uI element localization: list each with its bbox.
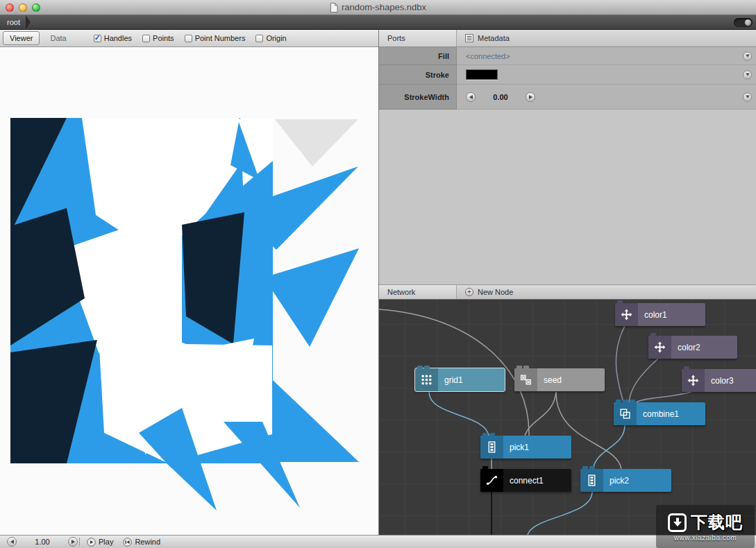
node-label: color3 xyxy=(705,369,740,392)
node-input-ports xyxy=(650,333,656,336)
play-button[interactable]: Play xyxy=(87,538,113,547)
node-port[interactable] xyxy=(516,366,522,368)
option-label: Handles xyxy=(104,34,132,42)
node-port[interactable] xyxy=(684,366,689,369)
node-port[interactable] xyxy=(424,366,430,368)
node-port[interactable] xyxy=(650,333,656,336)
node-label: color2 xyxy=(671,336,707,359)
path-bar-button[interactable] xyxy=(734,18,753,27)
app-window: random-shapes.ndbx root ViewerData Handl… xyxy=(0,0,756,548)
option-points[interactable]: Points xyxy=(142,34,174,42)
strokewidth-value[interactable]: 0.00 xyxy=(476,93,526,101)
node-port[interactable] xyxy=(489,433,495,436)
port-row-stroke: Stroke xyxy=(379,65,756,85)
network-canvas[interactable]: color1color2color3grid1seedcombine1pick1… xyxy=(379,300,756,535)
node-input-ports xyxy=(482,466,488,469)
metadata-header[interactable]: Metadata xyxy=(457,30,756,46)
port-row-strokewidth: StrokeWidth 0.00 xyxy=(379,85,756,110)
node-seed[interactable]: seed xyxy=(514,368,605,391)
node-label: grid1 xyxy=(438,368,469,391)
option-label: Points xyxy=(153,34,174,42)
window-title: random-shapes.ndbx xyxy=(342,2,426,12)
viewer-options: HandlesPointsPoint NumbersOrigin xyxy=(94,34,287,42)
option-handles[interactable]: Handles xyxy=(94,34,132,42)
rewind-icon xyxy=(123,538,132,547)
network-header-row: Network + New Node xyxy=(379,284,756,300)
document-icon xyxy=(330,3,338,12)
node-input-ports xyxy=(617,300,623,303)
checkbox-icon[interactable] xyxy=(142,35,150,42)
connection-wire[interactable] xyxy=(636,392,691,402)
checkbox-icon[interactable] xyxy=(94,35,101,42)
increment-button[interactable] xyxy=(526,92,535,102)
option-point-numbers[interactable]: Point Numbers xyxy=(185,34,246,42)
pick-icon xyxy=(480,436,503,459)
right-arrow-icon xyxy=(72,540,75,544)
frame-decrement-button[interactable] xyxy=(7,537,17,547)
watermark-row: 下载吧 xyxy=(668,511,743,533)
port-expander-button[interactable] xyxy=(743,51,752,60)
ports-body: Fill <connected> Stroke StrokeWidth xyxy=(379,47,756,284)
tab-data[interactable]: Data xyxy=(44,32,72,44)
node-combine1[interactable]: combine1 xyxy=(614,402,705,425)
node-label: pick2 xyxy=(603,469,635,492)
node-pick1[interactable]: pick1 xyxy=(480,436,571,459)
node-color2[interactable]: color2 xyxy=(648,336,737,359)
node-color3[interactable]: color3 xyxy=(682,369,756,392)
tab-viewer[interactable]: Viewer xyxy=(3,31,40,45)
watermark-title: 下载吧 xyxy=(691,511,743,533)
connection-wire[interactable] xyxy=(616,326,625,402)
download-arrow-icon xyxy=(668,513,687,532)
checkbox-icon[interactable] xyxy=(255,35,263,42)
node-label: color1 xyxy=(638,303,673,326)
port-label: Stroke xyxy=(379,65,457,85)
node-port[interactable] xyxy=(630,400,635,402)
checkbox-icon[interactable] xyxy=(185,35,192,42)
connection-wire[interactable] xyxy=(629,359,658,402)
option-origin[interactable]: Origin xyxy=(255,34,286,42)
strokewidth-stepper[interactable]: 0.00 xyxy=(466,92,535,102)
node-color1[interactable]: color1 xyxy=(615,303,705,326)
node-port[interactable] xyxy=(482,433,488,436)
node-port[interactable] xyxy=(582,466,588,469)
node-port[interactable] xyxy=(417,366,423,368)
breadcrumb-label: root xyxy=(7,18,20,26)
stroke-port-value xyxy=(457,65,756,85)
node-port[interactable] xyxy=(482,466,488,469)
node-grid1[interactable]: grid1 xyxy=(415,368,505,391)
node-connect1[interactable]: connect1 xyxy=(480,469,571,492)
node-port[interactable] xyxy=(617,300,623,303)
connection-wire[interactable] xyxy=(528,492,592,535)
frame-stepper: 1.00 xyxy=(7,537,78,547)
port-expander-button[interactable] xyxy=(743,92,752,101)
node-input-ports xyxy=(582,466,595,469)
frame-value[interactable]: 1.00 xyxy=(19,538,65,546)
connection-wire[interactable] xyxy=(525,392,556,436)
animation-bar: 1.00 Play Rewind xyxy=(0,535,756,548)
node-port[interactable] xyxy=(523,366,529,368)
connection-wire[interactable] xyxy=(429,392,489,436)
stroke-color-swatch[interactable] xyxy=(466,69,498,80)
node-port[interactable] xyxy=(623,400,628,402)
rewind-button[interactable]: Rewind xyxy=(123,538,160,547)
watermark-url: www.xiazaiba.com xyxy=(674,534,737,542)
move-icon xyxy=(648,336,671,359)
node-pick2[interactable]: pick2 xyxy=(580,469,671,492)
viewer-canvas[interactable] xyxy=(0,47,378,535)
frame-increment-button[interactable] xyxy=(68,537,78,547)
new-node-button[interactable]: + New Node xyxy=(457,285,756,299)
title-bar: random-shapes.ndbx xyxy=(0,0,756,15)
connection-wire[interactable] xyxy=(593,425,625,469)
combine-icon xyxy=(614,402,637,425)
plus-icon: + xyxy=(465,288,473,296)
node-input-ports xyxy=(482,433,495,436)
node-port[interactable] xyxy=(589,466,595,469)
decrement-button[interactable] xyxy=(466,92,476,102)
fill-port-value[interactable]: <connected> xyxy=(457,47,756,65)
left-arrow-icon xyxy=(469,95,473,99)
node-label: connect1 xyxy=(503,469,550,492)
breadcrumb-root[interactable]: root xyxy=(0,15,26,29)
pane-splitter[interactable] xyxy=(378,30,379,535)
node-port[interactable] xyxy=(616,400,621,402)
port-expander-button[interactable] xyxy=(743,70,752,79)
